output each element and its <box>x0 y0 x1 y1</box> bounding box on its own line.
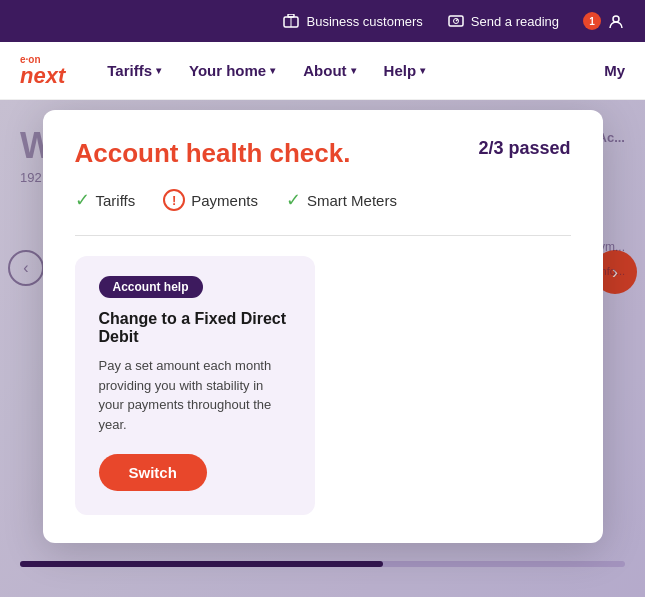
modal-divider <box>75 235 571 236</box>
svg-point-6 <box>613 16 619 22</box>
nav-help[interactable]: Help ▾ <box>372 54 438 87</box>
check-payments: ! Payments <box>163 189 258 211</box>
nav-tariffs[interactable]: Tariffs ▾ <box>95 54 173 87</box>
help-chevron-icon: ▾ <box>420 65 425 76</box>
check-smart-meters: ✓ Smart Meters <box>286 189 397 211</box>
logo-next: next <box>20 65 65 87</box>
page-background: Wo... 192 G... Ac... ‹ › t paym... payme… <box>0 100 645 597</box>
user-icon <box>607 12 625 30</box>
modal-header: Account health check. 2/3 passed <box>75 138 571 169</box>
nav-my[interactable]: My <box>604 62 625 79</box>
your-home-chevron-icon: ▾ <box>270 65 275 76</box>
nav-items: Tariffs ▾ Your home ▾ About ▾ Help ▾ <box>95 54 604 87</box>
about-chevron-icon: ▾ <box>351 65 356 76</box>
health-check-modal: Account health check. 2/3 passed ✓ Tarif… <box>43 110 603 543</box>
payments-warning-icon: ! <box>163 189 185 211</box>
account-help-card: Account help Change to a Fixed Direct De… <box>75 256 315 515</box>
svg-line-5 <box>456 19 458 21</box>
tariffs-check-icon: ✓ <box>75 189 90 211</box>
card-title: Change to a Fixed Direct Debit <box>99 310 291 346</box>
briefcase-icon <box>282 12 300 30</box>
send-reading-label: Send a reading <box>471 14 559 29</box>
modal-score: 2/3 passed <box>478 138 570 159</box>
meter-icon <box>447 12 465 30</box>
send-reading-link[interactable]: Send a reading <box>447 12 559 30</box>
modal-title: Account health check. <box>75 138 351 169</box>
smart-meters-check-icon: ✓ <box>286 189 301 211</box>
notification-link[interactable]: 1 <box>583 12 625 30</box>
payments-check-label: Payments <box>191 192 258 209</box>
modal-overlay: Account health check. 2/3 passed ✓ Tarif… <box>0 100 645 597</box>
tariffs-chevron-icon: ▾ <box>156 65 161 76</box>
modal-checks: ✓ Tariffs ! Payments ✓ Smart Meters <box>75 189 571 211</box>
top-bar: Business customers Send a reading 1 <box>0 0 645 42</box>
nav-your-home[interactable]: Your home ▾ <box>177 54 287 87</box>
switch-button[interactable]: Switch <box>99 454 207 491</box>
logo[interactable]: e·on next <box>20 55 65 87</box>
check-tariffs: ✓ Tariffs <box>75 189 136 211</box>
card-badge: Account help <box>99 276 203 298</box>
tariffs-check-label: Tariffs <box>96 192 136 209</box>
notification-badge: 1 <box>583 12 601 30</box>
smart-meters-check-label: Smart Meters <box>307 192 397 209</box>
business-customers-link[interactable]: Business customers <box>282 12 422 30</box>
nav-about[interactable]: About ▾ <box>291 54 367 87</box>
nav-bar: e·on next Tariffs ▾ Your home ▾ About ▾ … <box>0 42 645 100</box>
business-customers-label: Business customers <box>306 14 422 29</box>
card-description: Pay a set amount each month providing yo… <box>99 356 291 434</box>
